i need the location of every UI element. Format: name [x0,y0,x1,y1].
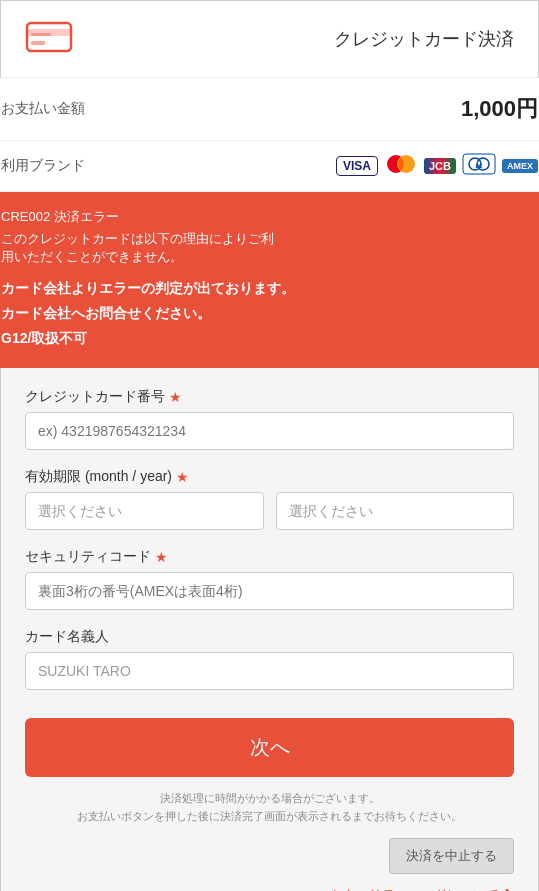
credit-card-icon [25,19,77,59]
brand-label: 利用ブランド [1,157,85,175]
amount-row: お支払い金額 1,000円 [0,78,539,141]
cardholder-label: カード名義人 [25,628,514,646]
chevron-right-icon: ❯ [503,887,514,891]
form-content: クレジットカード番号 ★ 有効期限 (month / year) ★ 選択くださ… [1,368,538,891]
payment-card: クレジットカード決済 お支払い金額 1,000円 利用ブランド VISA JCB [0,0,539,891]
jcb-icon: JCB [424,158,456,174]
submit-button[interactable]: 次へ [25,718,514,777]
svg-text:DC: DC [475,163,483,169]
expiry-label: 有効期限 (month / year) ★ [25,468,514,486]
brand-icons: VISA JCB DC AMEX [336,153,538,179]
svg-rect-2 [31,41,45,45]
security-code-link[interactable]: セキュリティコードについて ❯ [25,886,514,891]
error-code: CRE002 決済エラー [1,208,538,226]
expiry-selects: 選択ください 選択ください [25,492,514,530]
diners-icon: DC [462,153,496,179]
notice-text: 決済処理に時間がかかる場合がございます。 お支払いボタンを押した後に決済完了画面… [25,789,514,826]
error-detail: カード会社よりエラーの判定が出ております。 カード会社へお問合せください。 G1… [1,276,538,352]
form-section: クレジットカード番号 ★ 有効期限 (month / year) ★ 選択くださ… [25,368,514,891]
security-code-label: セキュリティコード ★ [25,548,514,566]
amount-value: 1,000円 [461,94,538,124]
expiry-year-select[interactable]: 選択ください [276,492,515,530]
expiry-month-select[interactable]: 選択ください [25,492,264,530]
cancel-button[interactable]: 決済を中止する [389,838,514,874]
cardholder-input[interactable] [25,652,514,690]
amount-label: お支払い金額 [1,100,85,118]
page-title: クレジットカード決済 [334,27,514,51]
amex-icon: AMEX [502,159,538,173]
card-number-label: クレジットカード番号 ★ [25,388,514,406]
visa-icon: VISA [336,156,378,176]
security-code-input[interactable] [25,572,514,610]
card-number-group: クレジットカード番号 ★ [25,388,514,450]
mastercard-icon [384,153,418,179]
security-code-group: セキュリティコード ★ [25,548,514,610]
header: クレジットカード決済 [1,1,538,78]
error-box: CRE002 決済エラー このクレジットカードは以下の理由によりご利用いただくこ… [0,192,539,368]
security-required: ★ [155,549,168,565]
svg-rect-3 [31,33,51,36]
cardholder-group: カード名義人 [25,628,514,690]
expiry-required: ★ [176,469,189,485]
error-message: このクレジットカードは以下の理由によりご利用いただくことができません。 [1,230,538,266]
expiry-group: 有効期限 (month / year) ★ 選択ください 選択ください [25,468,514,530]
cancel-row: 決済を中止する [25,838,514,874]
brand-row: 利用ブランド VISA JCB DC AMEX [0,141,539,192]
card-number-required: ★ [169,389,182,405]
card-number-input[interactable] [25,412,514,450]
svg-rect-0 [27,23,71,51]
